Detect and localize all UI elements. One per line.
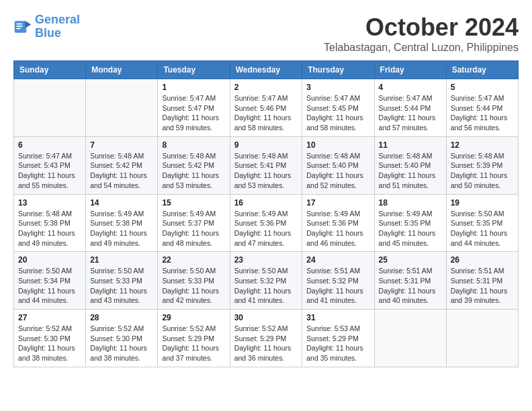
calendar-cell: 2Sunrise: 5:47 AMSunset: 5:46 PMDaylight… xyxy=(230,79,302,137)
day-number: 5 xyxy=(451,83,514,92)
day-number: 11 xyxy=(379,140,442,150)
day-info: Sunrise: 5:48 AMSunset: 5:40 PMDaylight:… xyxy=(379,151,442,191)
calendar-cell: 16Sunrise: 5:49 AMSunset: 5:36 PMDayligh… xyxy=(230,194,302,252)
day-info: Sunrise: 5:49 AMSunset: 5:37 PMDaylight:… xyxy=(162,209,225,248)
calendar-cell: 23Sunrise: 5:50 AMSunset: 5:32 PMDayligh… xyxy=(230,252,302,310)
calendar-table: SundayMondayTuesdayWednesdayThursdayFrid… xyxy=(13,60,519,367)
day-number: 25 xyxy=(379,255,442,265)
weekday-header: Saturday xyxy=(446,61,518,79)
day-info: Sunrise: 5:47 AMSunset: 5:44 PMDaylight:… xyxy=(451,93,514,133)
calendar-cell: 24Sunrise: 5:51 AMSunset: 5:32 PMDayligh… xyxy=(302,252,374,310)
calendar-cell: 27Sunrise: 5:52 AMSunset: 5:30 PMDayligh… xyxy=(14,310,86,367)
day-number: 15 xyxy=(162,198,225,208)
calendar-cell xyxy=(446,310,518,367)
day-info: Sunrise: 5:50 AMSunset: 5:33 PMDaylight:… xyxy=(162,266,225,306)
calendar-week-row: 1Sunrise: 5:47 AMSunset: 5:47 PMDaylight… xyxy=(14,79,519,137)
logo-line1: General xyxy=(35,13,80,26)
day-number: 12 xyxy=(451,140,514,150)
calendar-cell xyxy=(14,79,86,137)
day-number: 16 xyxy=(234,198,298,208)
logo: General Blue xyxy=(13,13,80,40)
calendar-cell: 18Sunrise: 5:49 AMSunset: 5:35 PMDayligh… xyxy=(374,194,446,252)
day-info: Sunrise: 5:49 AMSunset: 5:36 PMDaylight:… xyxy=(234,209,298,248)
day-number: 31 xyxy=(306,313,369,322)
day-info: Sunrise: 5:48 AMSunset: 5:42 PMDaylight:… xyxy=(90,151,153,191)
day-number: 14 xyxy=(90,198,153,208)
calendar-cell: 14Sunrise: 5:49 AMSunset: 5:38 PMDayligh… xyxy=(86,194,158,252)
day-info: Sunrise: 5:47 AMSunset: 5:45 PMDaylight:… xyxy=(306,93,369,133)
calendar-header-row: SundayMondayTuesdayWednesdayThursdayFrid… xyxy=(14,61,519,79)
calendar-cell: 21Sunrise: 5:50 AMSunset: 5:33 PMDayligh… xyxy=(86,252,158,310)
day-info: Sunrise: 5:50 AMSunset: 5:32 PMDaylight:… xyxy=(234,266,298,306)
calendar-cell: 30Sunrise: 5:52 AMSunset: 5:29 PMDayligh… xyxy=(230,310,302,367)
svg-rect-3 xyxy=(16,26,22,27)
day-number: 9 xyxy=(234,140,298,150)
day-number: 27 xyxy=(18,313,81,322)
calendar-cell: 15Sunrise: 5:49 AMSunset: 5:37 PMDayligh… xyxy=(158,194,230,252)
day-info: Sunrise: 5:48 AMSunset: 5:40 PMDaylight:… xyxy=(306,151,369,191)
calendar-cell: 31Sunrise: 5:53 AMSunset: 5:29 PMDayligh… xyxy=(302,310,374,367)
svg-marker-1 xyxy=(26,21,32,28)
day-number: 20 xyxy=(18,255,81,265)
day-number: 6 xyxy=(18,140,81,150)
logo-icon xyxy=(13,17,32,36)
weekday-header: Sunday xyxy=(14,61,86,79)
day-number: 28 xyxy=(90,313,153,322)
calendar-cell: 28Sunrise: 5:52 AMSunset: 5:30 PMDayligh… xyxy=(86,310,158,367)
calendar-cell: 6Sunrise: 5:47 AMSunset: 5:43 PMDaylight… xyxy=(14,136,86,194)
day-info: Sunrise: 5:49 AMSunset: 5:35 PMDaylight:… xyxy=(379,209,442,248)
weekday-header: Thursday xyxy=(302,61,374,79)
day-number: 24 xyxy=(306,255,369,265)
location-title: Telabastagan, Central Luzon, Philippines xyxy=(324,42,519,54)
calendar-cell: 13Sunrise: 5:48 AMSunset: 5:38 PMDayligh… xyxy=(14,194,86,252)
logo-text: General Blue xyxy=(35,13,80,40)
day-info: Sunrise: 5:51 AMSunset: 5:32 PMDaylight:… xyxy=(306,266,369,306)
day-number: 30 xyxy=(234,313,298,322)
calendar-cell xyxy=(86,79,158,137)
day-info: Sunrise: 5:47 AMSunset: 5:43 PMDaylight:… xyxy=(18,151,81,191)
day-info: Sunrise: 5:48 AMSunset: 5:39 PMDaylight:… xyxy=(451,151,514,191)
day-info: Sunrise: 5:47 AMSunset: 5:46 PMDaylight:… xyxy=(234,93,298,133)
day-info: Sunrise: 5:48 AMSunset: 5:41 PMDaylight:… xyxy=(234,151,298,191)
calendar-cell: 7Sunrise: 5:48 AMSunset: 5:42 PMDaylight… xyxy=(86,136,158,194)
weekday-header: Wednesday xyxy=(230,61,302,79)
day-info: Sunrise: 5:50 AMSunset: 5:34 PMDaylight:… xyxy=(18,266,81,306)
day-number: 21 xyxy=(90,255,153,265)
weekday-header: Tuesday xyxy=(158,61,230,79)
calendar-week-row: 6Sunrise: 5:47 AMSunset: 5:43 PMDaylight… xyxy=(14,136,519,194)
calendar-cell: 22Sunrise: 5:50 AMSunset: 5:33 PMDayligh… xyxy=(158,252,230,310)
day-number: 7 xyxy=(90,140,153,150)
calendar-cell: 9Sunrise: 5:48 AMSunset: 5:41 PMDaylight… xyxy=(230,136,302,194)
weekday-header: Friday xyxy=(374,61,446,79)
calendar-cell: 26Sunrise: 5:51 AMSunset: 5:31 PMDayligh… xyxy=(446,252,518,310)
day-info: Sunrise: 5:51 AMSunset: 5:31 PMDaylight:… xyxy=(379,266,442,306)
day-number: 23 xyxy=(234,255,298,265)
day-number: 13 xyxy=(18,198,81,208)
calendar-cell: 12Sunrise: 5:48 AMSunset: 5:39 PMDayligh… xyxy=(446,136,518,194)
day-number: 26 xyxy=(451,255,514,265)
calendar-cell xyxy=(374,310,446,367)
day-number: 22 xyxy=(162,255,225,265)
calendar-cell: 5Sunrise: 5:47 AMSunset: 5:44 PMDaylight… xyxy=(446,79,518,137)
day-info: Sunrise: 5:47 AMSunset: 5:47 PMDaylight:… xyxy=(162,93,225,133)
weekday-header: Monday xyxy=(86,61,158,79)
calendar-cell: 20Sunrise: 5:50 AMSunset: 5:34 PMDayligh… xyxy=(14,252,86,310)
day-info: Sunrise: 5:50 AMSunset: 5:35 PMDaylight:… xyxy=(451,209,514,248)
day-number: 2 xyxy=(234,83,298,92)
day-number: 10 xyxy=(306,140,369,150)
calendar-cell: 1Sunrise: 5:47 AMSunset: 5:47 PMDaylight… xyxy=(158,79,230,137)
calendar-week-row: 20Sunrise: 5:50 AMSunset: 5:34 PMDayligh… xyxy=(14,252,519,310)
day-number: 29 xyxy=(162,313,225,322)
day-number: 19 xyxy=(451,198,514,208)
day-info: Sunrise: 5:50 AMSunset: 5:33 PMDaylight:… xyxy=(90,266,153,306)
day-number: 3 xyxy=(306,83,369,92)
day-info: Sunrise: 5:48 AMSunset: 5:42 PMDaylight:… xyxy=(162,151,225,191)
calendar-week-row: 13Sunrise: 5:48 AMSunset: 5:38 PMDayligh… xyxy=(14,194,519,252)
day-number: 17 xyxy=(306,198,369,208)
day-number: 18 xyxy=(379,198,442,208)
day-info: Sunrise: 5:52 AMSunset: 5:30 PMDaylight:… xyxy=(18,324,81,363)
day-info: Sunrise: 5:52 AMSunset: 5:29 PMDaylight:… xyxy=(234,324,298,363)
day-info: Sunrise: 5:49 AMSunset: 5:36 PMDaylight:… xyxy=(306,209,369,248)
calendar-cell: 4Sunrise: 5:47 AMSunset: 5:44 PMDaylight… xyxy=(374,79,446,137)
day-info: Sunrise: 5:52 AMSunset: 5:30 PMDaylight:… xyxy=(90,324,153,363)
